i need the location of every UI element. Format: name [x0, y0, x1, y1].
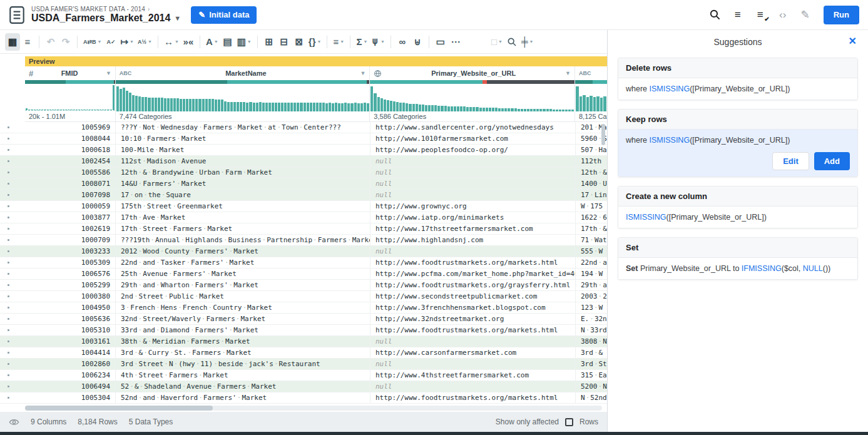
cell-url[interactable]: null: [370, 359, 576, 369]
cell-url[interactable]: http://www.secondstreetpublicmarket.com: [370, 291, 576, 302]
cell-fmid[interactable]: 1000059: [25, 201, 116, 212]
cell-market[interactable]: 25th·Avenue·Farmers'·Market: [116, 269, 370, 279]
histogram-bar[interactable]: [492, 108, 494, 111]
histogram-bar[interactable]: [60, 110, 62, 110]
cell-market[interactable]: 10:10·Farmers·Market: [116, 133, 370, 144]
cell-street[interactable]: N·33rd: [576, 325, 607, 335]
cell-street[interactable]: 112th: [576, 156, 607, 166]
histogram-bar[interactable]: [476, 107, 478, 111]
histogram-bar[interactable]: [246, 103, 248, 111]
quality-segment-tl[interactable]: [66, 80, 115, 84]
comment-icon[interactable]: ▭: [433, 33, 448, 51]
row-gutter[interactable]: [0, 392, 25, 403]
histogram-bar[interactable]: [416, 104, 418, 111]
histogram-bar[interactable]: [63, 110, 64, 110]
histogram-bar[interactable]: [396, 102, 399, 111]
cell-url[interactable]: http://www.iatp.org/minimarkets: [370, 212, 576, 223]
rows-checkbox[interactable]: [565, 418, 573, 426]
histogram-bar[interactable]: [272, 103, 274, 111]
cell-street[interactable]: E.·32n: [576, 314, 607, 324]
code-view-icon[interactable]: ‹›: [776, 8, 790, 22]
cell-url[interactable]: null: [370, 190, 576, 200]
quality-segment-td[interactable]: [116, 80, 227, 84]
histogram-bar[interactable]: [158, 98, 160, 111]
histogram-bar[interactable]: [354, 103, 357, 111]
row-gutter[interactable]: [0, 156, 25, 166]
column-histogram[interactable]: [370, 84, 574, 111]
replace-icon[interactable]: A⇄B▼: [81, 33, 103, 51]
cell-market[interactable]: 17th·Street·Farmers·Market: [116, 223, 370, 234]
breadcrumb-label[interactable]: USDA FAMER'S MARKET DATA - 2014: [31, 6, 145, 13]
eyedropper-icon[interactable]: ✎: [799, 8, 812, 22]
histogram-bar[interactable]: [300, 103, 302, 111]
histogram-bar[interactable]: [287, 103, 290, 111]
histogram-bar[interactable]: [132, 95, 135, 111]
histogram-bar[interactable]: [583, 95, 586, 111]
histogram-bar[interactable]: [205, 99, 208, 111]
histogram-bar[interactable]: [173, 98, 176, 111]
histogram-bar[interactable]: [406, 103, 408, 111]
histogram-bar[interactable]: [586, 97, 590, 111]
cell-fmid[interactable]: 1005309: [25, 257, 116, 268]
histogram-bar[interactable]: [86, 110, 88, 110]
histogram-bar[interactable]: [155, 98, 157, 111]
cell-url[interactable]: null: [370, 336, 576, 347]
edit-button[interactable]: Edit: [772, 152, 809, 170]
histogram-bar[interactable]: [390, 101, 392, 111]
union-icon[interactable]: ⊎: [410, 33, 425, 51]
suggestion-card-title[interactable]: Set: [618, 238, 857, 258]
cell-street[interactable]: 555·W: [576, 246, 607, 257]
histogram-bar[interactable]: [148, 98, 150, 111]
histogram-bar[interactable]: [536, 109, 539, 111]
cell-street[interactable]: 3rd·St: [576, 359, 607, 369]
histogram-bar[interactable]: [161, 98, 163, 111]
histogram-bar[interactable]: [590, 96, 593, 111]
cell-fmid[interactable]: 1002454: [25, 156, 116, 166]
histogram-bar[interactable]: [141, 97, 144, 111]
histogram-bar[interactable]: [504, 108, 507, 111]
cell-fmid[interactable]: 1008044: [25, 133, 116, 144]
cell-street[interactable]: 3rd·&: [576, 347, 607, 358]
histogram-bar[interactable]: [145, 97, 147, 111]
cell-fmid[interactable]: 1005586: [25, 167, 116, 178]
cell-fmid[interactable]: 1000618: [25, 145, 116, 155]
close-icon[interactable]: ✕: [849, 36, 857, 46]
histogram-bar[interactable]: [78, 110, 80, 110]
initial-data-button[interactable]: ✎ Initial data: [191, 6, 257, 24]
cell-market[interactable]: 2012·Wood·County·Farmers'·Market: [116, 246, 370, 257]
histogram-bar[interactable]: [70, 110, 72, 110]
cell-url[interactable]: http://www.peoplesfoodco-op.org/: [370, 145, 576, 155]
quality-segment-td[interactable]: [575, 80, 593, 84]
histogram-bar[interactable]: [357, 103, 360, 111]
column-header-FMID[interactable]: #FMID▼: [25, 66, 115, 80]
cell-market[interactable]: 112st·Madison·Avenue: [116, 156, 370, 166]
cell-market[interactable]: 3rd·&·Curry·St.·Farmers·Market: [116, 347, 370, 358]
histogram-bar[interactable]: [221, 100, 223, 111]
histogram-bar[interactable]: [138, 96, 141, 111]
column-header-partial[interactable]: ABC: [575, 66, 607, 80]
eye-icon[interactable]: [9, 417, 19, 427]
histogram-bar[interactable]: [553, 110, 555, 111]
grid-view-icon[interactable]: ▦: [5, 33, 20, 51]
cell-url[interactable]: http://www.foodtrustmarkets.org/markets.…: [370, 325, 576, 335]
cell-fmid[interactable]: 1000709: [25, 235, 116, 245]
quality-segment-td[interactable]: [25, 80, 66, 84]
histogram-bar[interactable]: [454, 106, 456, 111]
cell-fmid[interactable]: 1002619: [25, 223, 116, 234]
cell-market[interactable]: 17·on·the·Square: [116, 190, 370, 200]
cell-market[interactable]: 33rd·and·Diamond·Farmers'·Market: [116, 325, 370, 335]
histogram-bar[interactable]: [568, 110, 571, 111]
histogram-bar[interactable]: [94, 110, 96, 110]
histogram-bar[interactable]: [344, 103, 347, 111]
histogram-bar[interactable]: [107, 110, 109, 110]
histogram-bar[interactable]: [576, 86, 579, 111]
cell-fmid[interactable]: 1008071: [25, 178, 116, 189]
histogram-bar[interactable]: [49, 110, 51, 110]
cell-fmid[interactable]: 1005299: [25, 280, 116, 290]
histogram-bar[interactable]: [533, 109, 536, 111]
cell-fmid[interactable]: 1005310: [25, 325, 116, 335]
histogram-bar[interactable]: [374, 93, 376, 111]
histogram-bar[interactable]: [511, 108, 513, 111]
cell-street[interactable]: 71·Wat: [576, 235, 607, 245]
histogram-bar[interactable]: [380, 98, 383, 111]
